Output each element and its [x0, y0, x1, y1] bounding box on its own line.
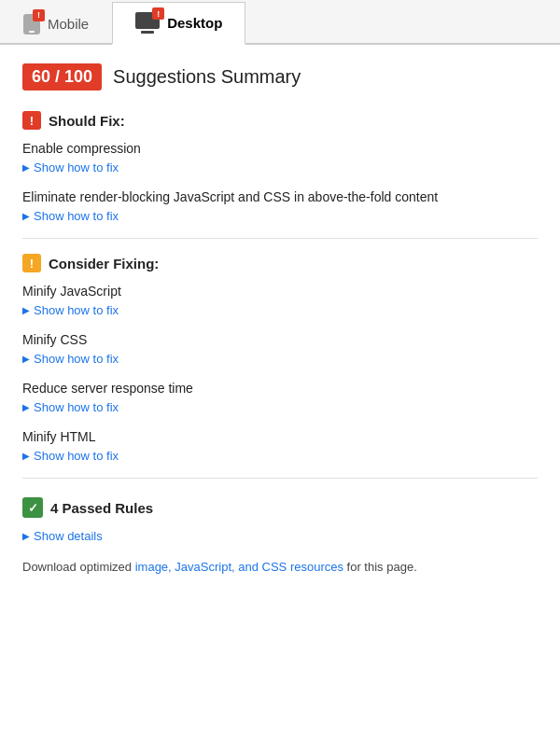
tab-mobile[interactable]: ! Mobile: [0, 2, 112, 45]
desktop-exclamation-badge: !: [152, 7, 164, 20]
consider-fix-item-1: Minify JavaScript ▶ Show how to fix: [22, 284, 538, 317]
mobile-exclamation-badge: !: [33, 9, 45, 21]
should-fix-item-1: Enable compression ▶ Show how to fix: [22, 141, 538, 174]
arrow-icon-2: ▶: [22, 211, 30, 221]
arrow-icon-3: ▶: [22, 305, 30, 315]
show-how-server-response[interactable]: ▶ Show how to fix: [22, 400, 119, 414]
item-title-minify-css: Minify CSS: [22, 332, 538, 347]
footer-link[interactable]: image, JavaScript, and CSS resources: [135, 560, 343, 574]
show-how-minify-css[interactable]: ▶ Show how to fix: [22, 352, 119, 366]
should-fix-item-2: Eliminate render-blocking JavaScript and…: [22, 189, 538, 223]
mobile-icon: !: [23, 14, 40, 35]
desktop-icon: !: [135, 12, 160, 34]
divider-1: [22, 238, 538, 239]
passed-rules-header: ✓ 4 Passed Rules: [22, 497, 538, 518]
item-title-minify-js: Minify JavaScript: [22, 284, 538, 299]
score-badge: 60 / 100: [22, 63, 102, 91]
item-title-compression: Enable compression: [22, 141, 538, 156]
show-how-minify-js[interactable]: ▶ Show how to fix: [22, 303, 119, 317]
show-how-render-blocking[interactable]: ▶ Show how to fix: [22, 209, 119, 223]
show-details-link[interactable]: ▶ Show details: [22, 529, 103, 543]
passed-rules-icon: ✓: [22, 497, 43, 518]
consider-fix-item-2: Minify CSS ▶ Show how to fix: [22, 332, 538, 366]
should-fix-header: ! Should Fix:: [22, 111, 538, 130]
show-how-compression[interactable]: ▶ Show how to fix: [22, 160, 119, 174]
item-title-render-blocking: Eliminate render-blocking JavaScript and…: [22, 189, 538, 204]
tab-bar: ! Mobile ! Desktop: [0, 0, 560, 45]
should-fix-label: Should Fix:: [49, 113, 125, 129]
score-header: 60 / 100 Suggestions Summary: [22, 63, 538, 91]
consider-fix-item-4: Minify HTML ▶ Show how to fix: [22, 429, 538, 463]
consider-fix-item-3: Reduce server response time ▶ Show how t…: [22, 381, 538, 414]
show-how-minify-html[interactable]: ▶ Show how to fix: [22, 449, 119, 463]
footer-text: Download optimized image, JavaScript, an…: [22, 558, 538, 577]
should-fix-icon: !: [22, 111, 41, 130]
consider-fixing-icon: !: [22, 254, 41, 272]
divider-2: [22, 478, 538, 479]
arrow-icon-1: ▶: [22, 162, 30, 173]
arrow-icon-6: ▶: [22, 451, 30, 461]
arrow-icon-7: ▶: [22, 531, 30, 541]
tab-desktop-label: Desktop: [167, 15, 222, 31]
item-title-server-response: Reduce server response time: [22, 381, 538, 396]
item-title-minify-html: Minify HTML: [22, 429, 538, 444]
score-title: Suggestions Summary: [113, 66, 301, 88]
main-content: 60 / 100 Suggestions Summary ! Should Fi…: [0, 45, 560, 599]
tab-mobile-label: Mobile: [48, 16, 89, 32]
consider-fixing-label: Consider Fixing:: [49, 256, 159, 272]
passed-rules-label: 4 Passed Rules: [50, 500, 153, 516]
consider-fixing-header: ! Consider Fixing:: [22, 254, 538, 272]
arrow-icon-5: ▶: [22, 402, 30, 412]
passed-rules-section: ✓ 4 Passed Rules ▶ Show details: [22, 497, 538, 543]
arrow-icon-4: ▶: [22, 354, 30, 364]
tab-desktop[interactable]: ! Desktop: [112, 2, 245, 45]
